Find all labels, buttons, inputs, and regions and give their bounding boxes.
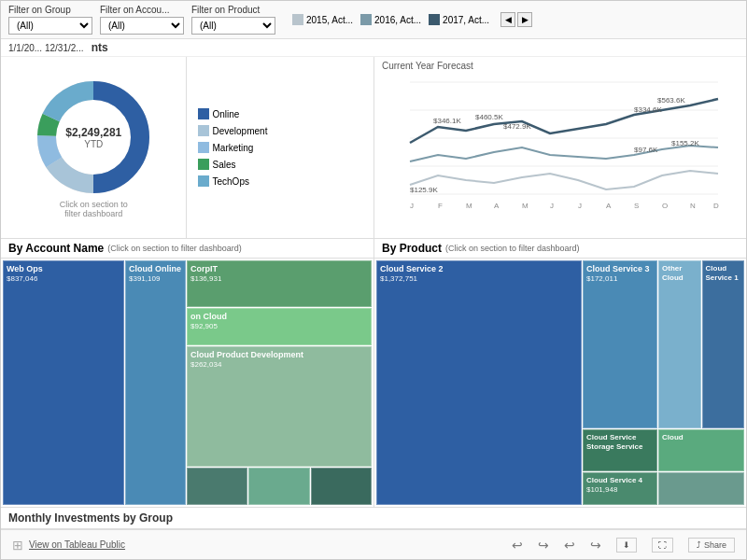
corpit-value: $136,931: [190, 274, 221, 284]
legend-color-2015: [292, 14, 303, 25]
filter-product-select[interactable]: (All): [191, 17, 275, 35]
legend-sales-label: Sales: [212, 160, 235, 170]
dashboard-title: nts: [92, 41, 108, 54]
svg-text:A: A: [606, 202, 612, 210]
svg-text:S: S: [634, 202, 639, 210]
legend-techops-color: [198, 175, 209, 187]
cpd-value: $262,034: [190, 360, 221, 370]
legend-development: Development: [198, 125, 362, 136]
treemap-right-prod: Other Cloud Cloud Service 1 Cloud: [658, 260, 744, 505]
svg-text:F: F: [438, 202, 443, 210]
prev-button[interactable]: ◀: [500, 12, 515, 27]
treemap-oncloud[interactable]: on Cloud $92,905: [187, 308, 372, 345]
cloud-label: Cloud: [662, 433, 684, 442]
storage-label: Cloud Service Storage Service: [586, 433, 654, 451]
filter-account-select[interactable]: (All): [100, 17, 184, 35]
treemap-cloudonline[interactable]: Cloud Online $391,109: [125, 260, 186, 505]
legend-online: Online: [198, 108, 362, 119]
svg-text:D: D: [713, 202, 719, 210]
filter-group-group: Filter on Group (All): [8, 5, 92, 35]
legend-label-2016: 2016, Act...: [374, 15, 421, 25]
svg-text:N: N: [690, 202, 696, 210]
treemap-small2[interactable]: [248, 468, 309, 505]
svg-text:J: J: [578, 202, 582, 210]
svg-text:M: M: [522, 202, 529, 210]
toolbar: Filter on Group (All) Filter on Accou...…: [1, 1, 746, 39]
download-button[interactable]: ⬇: [616, 538, 637, 553]
corpit-label: CorpIT: [190, 264, 218, 274]
treemap-cs3[interactable]: Cloud Service 3 $172,011: [583, 260, 657, 428]
legend-online-label: Online: [212, 109, 239, 119]
treemap-corpit[interactable]: CorpIT $136,931: [187, 260, 372, 307]
bottom-right: ↩ ↪ ↩ ↪ ⬇ ⛶ ⤴ Share: [512, 538, 735, 553]
treemap-webops[interactable]: Web Ops $837,046: [3, 260, 124, 505]
legend-item-2017: 2017, Act...: [429, 14, 489, 25]
donut-center-text: $2,249,281 YTD: [65, 126, 121, 149]
tableau-link[interactable]: View on Tableau Public: [29, 539, 125, 550]
legend-online-color: [198, 108, 209, 119]
treemap-cpd[interactable]: Cloud Product Development $262,034: [187, 346, 372, 467]
filter-group-select[interactable]: (All): [8, 17, 92, 35]
redo-button[interactable]: ↪: [538, 538, 549, 553]
legend-mkt-label: Marketing: [212, 143, 253, 153]
svg-text:$346.1K: $346.1K: [433, 117, 461, 125]
expand-button[interactable]: ⛶: [652, 538, 673, 553]
treemap-small1[interactable]: [187, 468, 247, 505]
filter-group-product: Filter on Product (All): [191, 5, 275, 35]
svg-text:M: M: [466, 202, 472, 210]
donut-ytd: YTD: [65, 139, 121, 149]
legend-color-2016: [360, 14, 372, 25]
redo2-button[interactable]: ↪: [590, 538, 601, 553]
cs3-value: $172,011: [586, 274, 617, 284]
cs1-label: Cloud Service 1: [706, 264, 741, 282]
undo2-button[interactable]: ↩: [564, 538, 575, 553]
forecast-title: Current Year Forecast: [382, 61, 739, 71]
legend-techops-label: TechOps: [212, 176, 248, 187]
cloudonline-label: Cloud Online: [129, 264, 181, 274]
by-product-hint: (Click on section to filter dashboard): [445, 244, 580, 253]
monthly-title: Monthly Investments by Group: [8, 511, 173, 525]
svg-text:J: J: [550, 202, 554, 210]
account-treemap[interactable]: Web Ops $837,046 Cloud Online $391,109 C…: [1, 259, 374, 507]
legend-dev-label: Development: [212, 126, 267, 136]
treemap-extra[interactable]: [658, 472, 744, 505]
svg-text:$563.6K: $563.6K: [657, 96, 685, 105]
svg-text:$334.6K: $334.6K: [634, 105, 662, 114]
left-panel: $2,249,281 YTD Click on section tofilter…: [1, 57, 374, 507]
right-panel: Current Year Forecast $125.9K: [374, 57, 746, 507]
chart-legend: 2015, Act... 2016, Act... 2017, Act... ◀…: [292, 12, 532, 27]
cs4-label: Cloud Service 4: [586, 476, 642, 485]
svg-text:$125.9K: $125.9K: [410, 186, 438, 194]
download-icon: ⬇: [623, 540, 630, 550]
svg-text:A: A: [494, 202, 500, 210]
donut-section: $2,249,281 YTD Click on section tofilter…: [1, 57, 187, 238]
svg-text:$472.9K: $472.9K: [503, 122, 531, 131]
treemap-othercloud[interactable]: Other Cloud: [658, 260, 701, 428]
oncloud-value: $92,905: [190, 322, 218, 331]
treemap-cs2[interactable]: Cloud Service 2 $1,372,751: [376, 260, 582, 505]
treemap-storage[interactable]: Cloud Service Storage Service: [583, 429, 657, 471]
date-range-text: 1/1/20... 12/31/2...: [8, 43, 84, 53]
othercloud-label: Other Cloud: [662, 264, 698, 282]
filter-product-label: Filter on Product: [191, 5, 275, 15]
next-button[interactable]: ▶: [517, 12, 532, 27]
svg-text:$155.2K: $155.2K: [671, 139, 699, 147]
monthly-section: Monthly Investments by Group: [1, 507, 746, 529]
share-button[interactable]: ⤴ Share: [688, 538, 735, 553]
treemap-small-cells: [187, 468, 372, 505]
cs3-label: Cloud Service 3: [586, 264, 650, 274]
nav-arrows: ◀ ▶: [500, 12, 532, 27]
donut-row: $2,249,281 YTD Click on section tofilter…: [1, 57, 374, 239]
treemap-cs1[interactable]: Cloud Service 1: [702, 260, 745, 428]
cpd-label: Cloud Product Development: [190, 350, 303, 360]
treemap-cloud[interactable]: Cloud: [658, 429, 744, 471]
product-treemap[interactable]: Cloud Service 2 $1,372,751 Cloud Service…: [374, 259, 746, 507]
treemap-right-col: CorpIT $136,931 on Cloud $92,905 Cloud P…: [187, 260, 372, 505]
oncloud-label: on Cloud: [190, 312, 227, 322]
treemap-cs4[interactable]: Cloud Service 4 $101,948: [583, 472, 657, 505]
by-product-title: By Product: [382, 242, 442, 255]
legend-item-2016: 2016, Act...: [360, 14, 421, 25]
undo-button[interactable]: ↩: [512, 538, 523, 553]
treemap-small3[interactable]: [311, 468, 372, 505]
main-content: $2,249,281 YTD Click on section tofilter…: [1, 57, 746, 507]
